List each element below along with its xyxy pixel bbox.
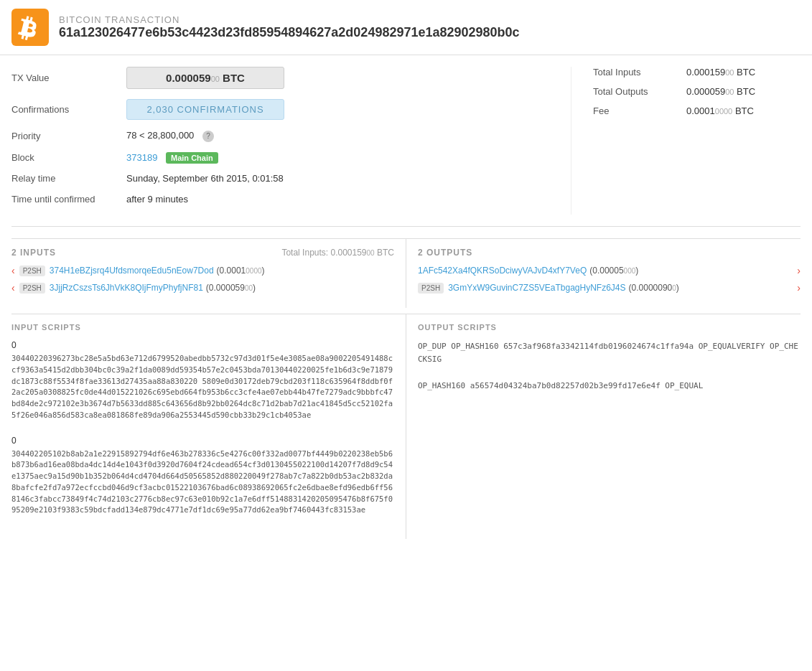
outputs-header: 2 OUTPUTS — [418, 248, 801, 258]
output-scripts-column: OUTPUT SCRIPTS OP_DUP OP_HASH160 657c3af… — [406, 314, 801, 539]
transaction-id: 61a123026477e6b53c4423d23fd85954894627a2… — [59, 25, 520, 40]
output-badge-1: P2SH — [418, 283, 444, 294]
input-badge-0: P2SH — [19, 266, 45, 276]
input-script-1: 0 304402205102b8ab2a1e22915892794df6e463… — [11, 436, 394, 517]
total-inputs-row: Total Inputs 0.00015900 BTC — [593, 67, 801, 78]
tx-value-label: TX Value — [11, 72, 126, 83]
input-address-1[interactable]: 3JjjRzCszsTs6JhVkK8QIjFmyPhyfjNF81 — [50, 283, 203, 293]
priority-help-icon[interactable]: ? — [202, 131, 214, 142]
total-outputs-row: Total Outputs 0.00005900 BTC — [593, 86, 801, 97]
outputs-section-title: 2 OUTPUTS — [418, 248, 472, 258]
input-scripts-column: INPUT SCRIPTS 0 30440220396273bc28e5a5bd… — [11, 314, 406, 539]
input-script-code-1: 304402205102b8ab2a1e22915892794df6e463b2… — [11, 449, 394, 517]
inputs-column: 2 INPUTS Total Inputs: 0.00015900 BTC ‹ … — [11, 239, 406, 308]
tx-value-field: 0.00005900 BTC — [126, 67, 549, 89]
fee-value: 0.00010000 BTC — [686, 105, 754, 116]
output-amount-1: (0.00000900) — [629, 283, 679, 293]
page-header: BITCOIN TRANSACTION 61a123026477e6b53c44… — [0, 0, 812, 55]
io-section: 2 INPUTS Total Inputs: 0.00015900 BTC ‹ … — [11, 239, 801, 308]
inputs-section-title: 2 INPUTS — [11, 248, 56, 258]
output-arrow-0: › — [797, 265, 801, 276]
main-content: TX Value 0.00005900 BTC Confirmations 2,… — [0, 55, 812, 539]
main-chain-badge: Main Chain — [166, 152, 218, 164]
header-label: BITCOIN TRANSACTION — [59, 14, 520, 25]
block-number-link[interactable]: 373189 — [126, 152, 157, 163]
output-amount-0: (0.00005000) — [589, 266, 638, 276]
input-item-1: ‹ P2SH 3JjjRzCszsTs6JhVkK8QIjFmyPhyfjNF8… — [11, 282, 394, 294]
relay-time-label: Relay time — [11, 173, 126, 184]
confirmations-box: 2,030 CONFIRMATIONS — [126, 99, 284, 120]
time-confirmed-label: Time until confirmed — [11, 194, 126, 205]
input-address-0[interactable]: 374H1eBZjsrq4UfdsmorqeEdu5nEow7Dod — [50, 266, 214, 276]
inputs-total-label: Total Inputs: 0.00015900 BTC — [281, 248, 394, 258]
outputs-column: 2 OUTPUTS 1AFc542Xa4fQKRSoDciwyVAJvD4xfY… — [406, 239, 801, 308]
input-script-0: 0 30440220396273bc28e5a5bd63e712d6799520… — [11, 340, 394, 421]
info-grid: TX Value 0.00005900 BTC Confirmations 2,… — [11, 67, 801, 227]
block-row: Block 373189 Main Chain — [11, 152, 549, 163]
input-amount-0: (0.00010000) — [217, 266, 265, 276]
confirmations-label: Confirmations — [11, 104, 126, 115]
total-outputs-value: 0.00005900 BTC — [686, 86, 755, 97]
priority-row: Priority 78 < 28,800,000 ? — [11, 130, 549, 142]
priority-label: Priority — [11, 131, 126, 141]
block-field: 373189 Main Chain — [126, 152, 549, 163]
relay-time-field: Sunday, September 6th 2015, 0:01:58 — [126, 173, 549, 184]
output-left-0: 1AFc542Xa4fQKRSoDciwyVAJvD4xfY7VeQ (0.00… — [418, 266, 638, 276]
time-confirmed-field: after 9 minutes — [126, 194, 549, 205]
block-label: Block — [11, 152, 126, 163]
scripts-section: INPUT SCRIPTS 0 30440220396273bc28e5a5bd… — [11, 314, 801, 539]
total-inputs-label: Total Inputs — [593, 67, 686, 78]
output-item-0: 1AFc542Xa4fQKRSoDciwyVAJvD4xfY7VeQ (0.00… — [418, 265, 801, 276]
total-inputs-value: 0.00015900 BTC — [686, 67, 755, 78]
info-right: Total Inputs 0.00015900 BTC Total Output… — [571, 67, 801, 215]
input-scripts-title: INPUT SCRIPTS — [11, 323, 394, 332]
input-item-0: ‹ P2SH 374H1eBZjsrq4UfdsmorqeEdu5nEow7Do… — [11, 265, 394, 276]
input-amount-1: (0.00005900) — [206, 283, 256, 293]
info-left: TX Value 0.00005900 BTC Confirmations 2,… — [11, 67, 571, 215]
output-item-1: P2SH 3GmYxW9GuvinC7ZS5VEaTbgagHyNFz6J4S … — [418, 282, 801, 294]
output-address-0[interactable]: 1AFc542Xa4fQKRSoDciwyVAJvD4xfY7VeQ — [418, 266, 587, 276]
tx-value-box: 0.00005900 BTC — [126, 67, 284, 89]
output-address-1[interactable]: 3GmYxW9GuvinC7ZS5VEaTbgagHyNFz6J4S — [448, 283, 625, 293]
output-script-1: OP_HASH160 a56574d04324ba7b0d82257d02b3e… — [418, 380, 801, 393]
input-badge-1: P2SH — [19, 283, 45, 294]
confirmations-row: Confirmations 2,030 CONFIRMATIONS — [11, 99, 549, 120]
output-scripts-title: OUTPUT SCRIPTS — [418, 323, 801, 332]
header-text-block: BITCOIN TRANSACTION 61a123026477e6b53c44… — [59, 14, 520, 40]
input-arrow-1: ‹ — [11, 282, 15, 294]
priority-field: 78 < 28,800,000 ? — [126, 130, 549, 142]
fee-row: Fee 0.00010000 BTC — [593, 105, 801, 116]
confirmations-field: 2,030 CONFIRMATIONS — [126, 99, 549, 120]
input-script-index-0: 0 — [11, 340, 394, 350]
output-script-0: OP_DUP OP_HASH160 657c3af968fa3342114fdb… — [418, 340, 801, 365]
relay-time-row: Relay time Sunday, September 6th 2015, 0… — [11, 173, 549, 184]
output-left-1: P2SH 3GmYxW9GuvinC7ZS5VEaTbgagHyNFz6J4S … — [418, 283, 679, 294]
input-arrow-0: ‹ — [11, 265, 15, 276]
input-script-code-0: 30440220396273bc28e5a5bd63e712d6799520ab… — [11, 353, 394, 421]
total-outputs-label: Total Outputs — [593, 86, 686, 97]
output-arrow-1: › — [797, 282, 801, 294]
tx-value-row: TX Value 0.00005900 BTC — [11, 67, 549, 89]
bitcoin-logo — [11, 9, 49, 46]
time-confirmed-row: Time until confirmed after 9 minutes — [11, 194, 549, 205]
inputs-header: 2 INPUTS Total Inputs: 0.00015900 BTC — [11, 248, 394, 258]
input-script-index-1: 0 — [11, 436, 394, 446]
fee-label: Fee — [593, 105, 686, 116]
